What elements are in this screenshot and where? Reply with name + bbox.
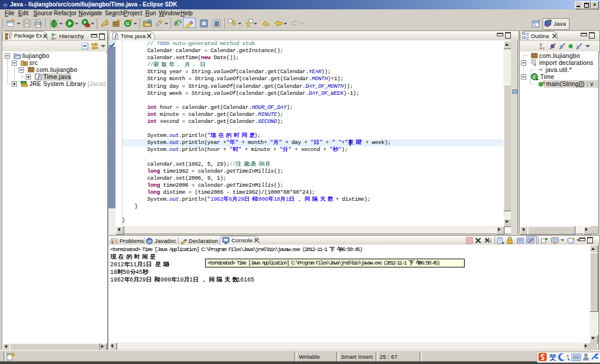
svg-text:S: S: [543, 81, 545, 85]
svg-text:C: C: [533, 74, 536, 80]
svg-text:z: z: [543, 46, 545, 50]
svg-text:a: a: [540, 42, 542, 46]
svg-text:@: @: [147, 239, 152, 244]
svg-text:J: J: [37, 74, 40, 80]
svg-text:C: C: [126, 21, 129, 26]
svg-text:J: J: [114, 34, 117, 40]
